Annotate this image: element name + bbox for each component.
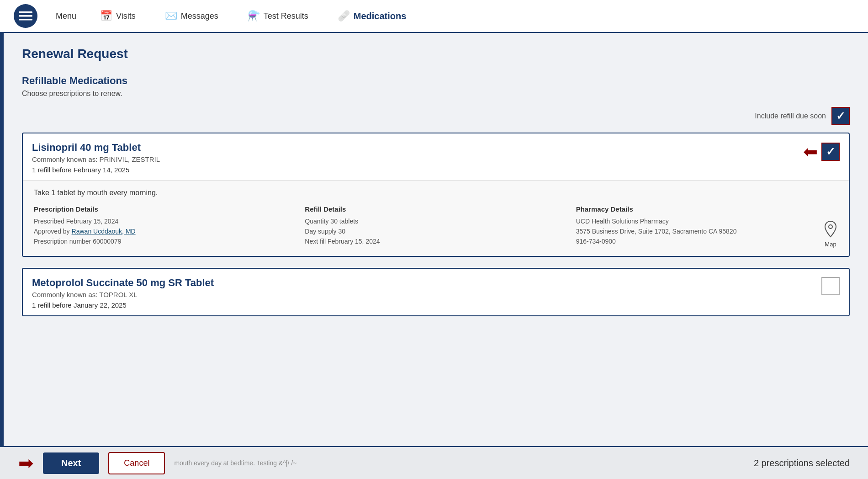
bottom-bar: ➡ Next Cancel mouth every day at bedtime… — [0, 446, 868, 479]
pharmacy-details-col: Pharmacy Details UCD Health Solutions Ph… — [576, 205, 838, 248]
medications-icon: 🩹 — [338, 10, 350, 22]
med-card-header-metoprolol: Metoprolol Succinate 50 mg SR Tablet Com… — [23, 269, 849, 315]
content-area: Renewal Request Refillable Medications C… — [4, 33, 868, 479]
prescriptions-selected-text: 2 prescriptions selected — [754, 458, 850, 468]
cancel-button[interactable]: Cancel — [108, 452, 165, 474]
med-name-lisinopril: Lisinopril 40 mg Tablet — [32, 142, 160, 154]
arrow-checkbox-lisinopril: ➡ ✓ — [803, 142, 840, 162]
red-arrow-icon: ➡ — [803, 142, 818, 162]
checkmark-icon: ✓ — [836, 111, 845, 122]
bottom-arrow-icon: ➡ — [18, 454, 34, 472]
quantity: Quantity 30 tablets — [305, 218, 566, 225]
metoprolol-checkbox-wrapper: ✓ — [821, 277, 840, 295]
main-content: Renewal Request Refillable Medications C… — [0, 33, 868, 479]
nav-visits[interactable]: 📅 Visits — [95, 6, 141, 26]
pharmacy-address: 3575 Business Drive, Suite 1702, Sacrame… — [576, 228, 737, 235]
med-refill-lisinopril: 1 refill before February 14, 2025 — [32, 166, 160, 174]
calendar-icon: 📅 — [100, 10, 112, 22]
map-label: Map — [825, 241, 836, 248]
include-refill-row: Include refill due soon ✓ — [22, 107, 850, 125]
pharmacy-details-title: Pharmacy Details — [576, 205, 737, 213]
partial-instruction-text: mouth every day at bedtime. Testing &^|\… — [174, 459, 296, 467]
medications-label: Medications — [354, 11, 407, 21]
nav-test-results[interactable]: ⚗️ Test Results — [242, 6, 314, 26]
med-instruction-lisinopril: Take 1 tablet by mouth every morning. — [34, 189, 838, 197]
doctor-link[interactable]: Rawan Ucddaouk, MD — [72, 228, 136, 235]
include-refill-checkbox[interactable]: ✓ — [831, 107, 850, 125]
empty-check-icon: ✓ — [826, 281, 835, 292]
refill-details-col: Refill Details Quantity 30 tablets Day s… — [305, 205, 566, 248]
svg-rect-1 — [19, 15, 32, 17]
messages-label: Messages — [181, 11, 218, 21]
svg-rect-2 — [19, 19, 32, 21]
top-navigation: Menu 📅 Visits ✉️ Messages ⚗️ Test Result… — [0, 0, 868, 33]
section-subtitle: Choose prescriptions to renew. — [22, 90, 850, 98]
metoprolol-checkbox[interactable]: ✓ — [821, 277, 840, 295]
sidebar-line — [0, 33, 4, 479]
medication-card-metoprolol: Metoprolol Succinate 50 mg SR Tablet Com… — [22, 268, 850, 316]
prescription-number: Prescription number 60000079 — [34, 238, 296, 245]
menu-logo-button[interactable] — [14, 4, 37, 28]
pharmacy-info: Pharmacy Details UCD Health Solutions Ph… — [576, 205, 737, 248]
med-refill-metoprolol: 1 refill before January 22, 2025 — [32, 301, 214, 309]
refill-details-title: Refill Details — [305, 205, 566, 213]
pharmacy-phone: 916-734-0900 — [576, 238, 737, 245]
med-aka-lisinopril: Commonly known as: PRINIVIL, ZESTRIL — [32, 155, 160, 163]
map-link[interactable]: Map — [823, 220, 838, 248]
checkmark-icon: ✓ — [826, 146, 835, 157]
details-grid-lisinopril: Prescription Details Prescribed February… — [34, 205, 838, 248]
day-supply: Day supply 30 — [305, 228, 566, 235]
nav-medications[interactable]: 🩹 Medications — [332, 6, 412, 26]
med-info-metoprolol: Metoprolol Succinate 50 mg SR Tablet Com… — [32, 277, 214, 309]
lisinopril-checkbox[interactable]: ✓ — [821, 143, 840, 161]
svg-point-3 — [829, 225, 832, 229]
visits-label: Visits — [116, 11, 136, 21]
next-fill: Next fill February 15, 2024 — [305, 238, 566, 245]
medication-card-lisinopril: Lisinopril 40 mg Tablet Commonly known a… — [22, 133, 850, 257]
prescribed-date: Prescribed February 15, 2024 — [34, 218, 296, 225]
include-refill-label: Include refill due soon — [755, 112, 826, 120]
pharmacy-name: UCD Health Solutions Pharmacy — [576, 218, 737, 225]
med-info-lisinopril: Lisinopril 40 mg Tablet Commonly known a… — [32, 142, 160, 174]
med-details-lisinopril: Take 1 tablet by mouth every morning. Pr… — [23, 180, 849, 256]
map-pin-icon — [823, 220, 838, 241]
med-aka-metoprolol: Commonly known as: TOPROL XL — [32, 291, 214, 298]
test-results-label: Test Results — [264, 11, 308, 21]
approved-by: Approved by Rawan Ucddaouk, MD — [34, 228, 296, 235]
svg-rect-0 — [19, 11, 32, 13]
prescription-details-col: Prescription Details Prescribed February… — [34, 205, 296, 248]
prescription-details-title: Prescription Details — [34, 205, 296, 213]
nav-messages[interactable]: ✉️ Messages — [159, 6, 224, 26]
menu-label: Menu — [56, 11, 76, 21]
section-title: Refillable Medications — [22, 75, 850, 87]
page-title: Renewal Request — [22, 47, 850, 61]
med-card-header-lisinopril: Lisinopril 40 mg Tablet Commonly known a… — [23, 133, 849, 180]
flask-icon: ⚗️ — [248, 10, 260, 22]
med-name-metoprolol: Metoprolol Succinate 50 mg SR Tablet — [32, 277, 214, 289]
next-button[interactable]: Next — [43, 452, 99, 474]
envelope-icon: ✉️ — [165, 10, 177, 22]
